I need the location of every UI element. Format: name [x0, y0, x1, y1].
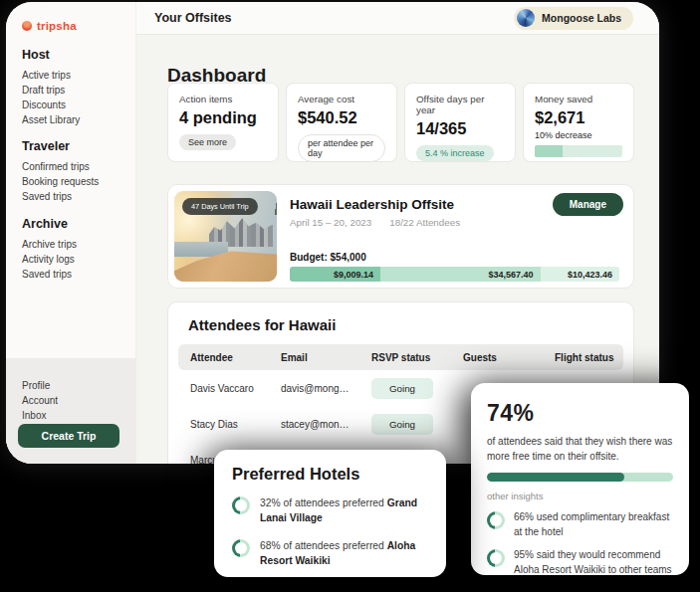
- col-email: Email: [281, 352, 371, 363]
- stat-card-money-saved: Money saved $2,671 10% decrease: [523, 83, 634, 162]
- sidebar-item-discounts[interactable]: Discounts: [22, 99, 66, 110]
- see-more-button[interactable]: See more: [179, 134, 236, 150]
- col-rsvp-status: RSVP status: [371, 352, 463, 363]
- screenshot-canvas: tripsha Host Active trips Draft trips Di…: [0, 0, 700, 592]
- money-saved-progress-fill: [535, 145, 563, 157]
- stat-label: Money saved: [535, 94, 622, 104]
- col-attendee: Attendee: [190, 352, 281, 363]
- sidebar-item-asset-library[interactable]: Asset Library: [22, 114, 80, 125]
- insight-progress-fill: [487, 473, 624, 482]
- progress-ring-icon: [487, 511, 505, 529]
- days-until-trip-badge: 47 Days Until Trip: [182, 198, 258, 215]
- logo-icon: [22, 21, 32, 31]
- sidebar-footer: Profile Account Inbox Create Trip: [6, 358, 135, 464]
- hotel-item: 32% of attendees preferred Grand Lanai V…: [232, 495, 428, 526]
- sidebar-item-activity-logs[interactable]: Activity logs: [22, 254, 75, 265]
- budget-segment-spent: $9,009.14: [290, 267, 380, 282]
- preferred-hotels-card: Preferred Hotels 32% of attendees prefer…: [214, 450, 446, 577]
- sidebar-item-archive-trips[interactable]: Archive trips: [22, 239, 77, 250]
- attendee-email: davis@mong…: [281, 383, 371, 394]
- insights-card: 74% of attendees said that they wish the…: [471, 383, 689, 575]
- stat-card-average-cost: Average cost $540.52 per attendee per da…: [286, 83, 397, 162]
- stat-cards-row: Action items 4 pending See more Average …: [167, 83, 634, 162]
- create-trip-button[interactable]: Create Trip: [18, 424, 119, 448]
- sidebar: tripsha Host Active trips Draft trips Di…: [6, 2, 136, 464]
- sidebar-item-booking-requests[interactable]: Booking requests: [22, 176, 99, 187]
- hotel-item: 68% of attendees preferred Aloha Resort …: [232, 538, 428, 569]
- photo-ocean: [174, 242, 228, 257]
- sidebar-heading-host: Host: [22, 48, 50, 62]
- stat-value: $2,671: [535, 108, 622, 127]
- stat-card-action-items: Action items 4 pending See more: [167, 83, 279, 162]
- insight-item-text: 95% said they would recommend Aloha Reso…: [514, 548, 673, 577]
- sidebar-item-saved-trips-archive[interactable]: Saved trips: [22, 269, 72, 280]
- stat-badge: per attendee per day: [298, 134, 385, 162]
- sidebar-item-confirmed-trips[interactable]: Confirmed trips: [22, 161, 90, 172]
- budget-segment-remaining: $10,423.46: [541, 267, 619, 282]
- insight-item-text: 66% used complimentary breakfast at the …: [514, 510, 673, 539]
- budget-segment-committed: $34,567.40: [380, 267, 541, 282]
- table-header: Attendee Email RSVP status Guests Flight…: [178, 344, 623, 370]
- sidebar-heading-traveler: Traveler: [22, 139, 70, 153]
- trip-attendee-count: 18/22 Attendees: [389, 217, 460, 228]
- trip-details: Hawaii Leadership Offsite April 15 – 20,…: [277, 191, 627, 282]
- other-insights-label: other insights: [487, 491, 673, 501]
- stat-label: Average cost: [298, 94, 385, 104]
- logo-text: tripsha: [37, 20, 77, 32]
- insight-progress-track: [487, 473, 673, 482]
- stat-value: 14/365: [416, 119, 504, 138]
- stat-card-offsite-days: Offsite days per year 14/365 5.4 % incre…: [404, 83, 516, 162]
- sidebar-item-profile[interactable]: Profile: [22, 380, 50, 391]
- insight-description: of attendees said that they wish there w…: [487, 434, 673, 464]
- stat-value: 4 pending: [179, 108, 267, 127]
- col-flight-status: Flight status: [555, 352, 623, 363]
- sidebar-item-saved-trips[interactable]: Saved trips: [22, 191, 72, 202]
- budget-bar: $9,009.14 $34,567.40 $10,423.46: [290, 267, 619, 282]
- page-title: Your Offsites: [154, 11, 232, 25]
- sidebar-heading-archive: Archive: [22, 217, 68, 231]
- progress-ring-icon: [232, 539, 250, 557]
- progress-ring-icon: [232, 496, 250, 514]
- insight-item: 66% used complimentary breakfast at the …: [487, 510, 673, 539]
- sidebar-item-inbox[interactable]: Inbox: [22, 410, 46, 421]
- sidebar-item-draft-trips[interactable]: Draft trips: [22, 85, 65, 96]
- stat-badge-increase: 5.4 % increase: [416, 145, 494, 161]
- stat-label: Offsite days per year: [416, 94, 504, 115]
- workspace-name: Mongoose Labs: [542, 12, 621, 24]
- hotel-item-text: 68% of attendees preferred: [260, 540, 387, 551]
- rsvp-status-badge[interactable]: Going: [371, 414, 433, 435]
- hotel-item-text: 32% of attendees preferred: [260, 497, 387, 508]
- money-saved-progress-track: [535, 145, 622, 157]
- stat-decrease-label: 10% decrease: [535, 130, 622, 140]
- top-bar: Your Offsites Mongoose Labs: [136, 2, 659, 35]
- sidebar-item-account[interactable]: Account: [22, 395, 58, 406]
- workspace-switcher[interactable]: Mongoose Labs: [514, 7, 633, 30]
- app-logo[interactable]: tripsha: [22, 20, 77, 32]
- col-guests: Guests: [463, 352, 555, 363]
- progress-ring-icon: [487, 549, 505, 567]
- attendee-name: Davis Vaccaro: [190, 383, 281, 394]
- stat-label: Action items: [179, 94, 267, 104]
- workspace-avatar: [517, 9, 535, 27]
- trip-dates: April 15 – 20, 2023: [290, 217, 371, 228]
- trip-photo: 47 Days Until Trip: [174, 191, 277, 282]
- attendee-email: stacey@mon…: [281, 419, 371, 430]
- rsvp-status-badge[interactable]: Going: [371, 378, 433, 399]
- attendee-name: Stacy Dias: [190, 419, 281, 430]
- sidebar-item-active-trips[interactable]: Active trips: [22, 70, 71, 81]
- insight-item: 95% said they would recommend Aloha Reso…: [487, 548, 673, 577]
- insight-headline: 74%: [487, 400, 673, 427]
- budget-label: Budget: $54,000: [290, 252, 366, 263]
- preferred-hotels-title: Preferred Hotels: [232, 465, 428, 484]
- trip-card: 47 Days Until Trip Hawaii Leadership Off…: [167, 184, 634, 289]
- manage-button[interactable]: Manage: [553, 193, 623, 216]
- stat-value: $540.52: [298, 108, 385, 127]
- attendees-title: Attendees for Hawaii: [188, 316, 623, 333]
